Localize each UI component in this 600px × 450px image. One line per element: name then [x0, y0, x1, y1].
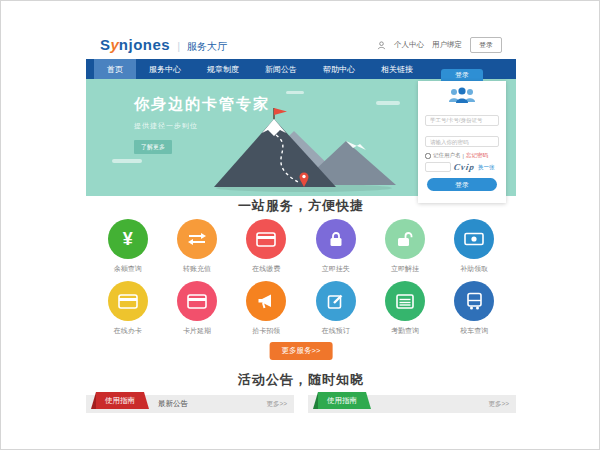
service-online-booking[interactable]: 在线预订	[301, 281, 370, 336]
username-input[interactable]	[425, 115, 499, 126]
more-services-button[interactable]: 更多服务>>	[270, 342, 333, 360]
cloud-decoration	[112, 159, 142, 163]
announcements-right-panel: 使用指南 更多>>	[308, 395, 516, 413]
users-group-icon	[445, 86, 479, 104]
login-submit-button[interactable]: 登录	[427, 178, 497, 191]
list-icon	[385, 281, 425, 321]
yen-icon: ¥	[108, 219, 148, 259]
tab-usage-guide-right[interactable]: 使用指南	[318, 392, 366, 409]
login-form: 记住用户名 | 忘记密码 Cvip 换一张 登录	[418, 81, 506, 203]
header-login-button[interactable]: 登录	[470, 37, 502, 53]
banner-subline: 提供捷径一步到位	[134, 121, 270, 131]
edit-icon	[316, 281, 356, 321]
personal-center-link[interactable]: 个人中心	[394, 40, 424, 50]
card-icon	[108, 281, 148, 321]
card-icon	[177, 281, 217, 321]
forgot-password-link[interactable]: 忘记密码	[466, 152, 488, 159]
logo[interactable]: Synjones | 服务大厅	[100, 36, 227, 54]
captcha-input[interactable]	[425, 162, 451, 172]
cloud-decoration	[286, 91, 304, 94]
captcha-image: Cvip	[453, 162, 475, 172]
services-row-1: ¥ 余额查询 转账充值 在线缴费 立即挂失	[86, 219, 516, 274]
logo-text: S	[100, 36, 111, 53]
nav-item-news[interactable]: 新闻公告	[252, 59, 310, 79]
services-row-2: 在线办卡 卡片延期 拾卡招领 在线预订	[86, 281, 516, 336]
tab-usage-guide[interactable]: 使用指南	[96, 392, 144, 409]
service-subsidy[interactable]: 补助领取	[440, 219, 509, 274]
remember-row: 记住用户名 | 忘记密码	[425, 152, 499, 159]
service-transfer[interactable]: 转账充值	[162, 219, 231, 274]
lock-icon	[316, 219, 356, 259]
user-binding-link[interactable]: 用户绑定	[432, 40, 462, 50]
captcha-refresh-link[interactable]: 换一张	[478, 164, 495, 171]
right-more-link[interactable]: 更多>>	[488, 395, 509, 413]
announcements-left-panel: 使用指南 最新公告 更多>>	[86, 395, 294, 413]
left-more-link[interactable]: 更多>>	[266, 395, 287, 413]
announcements-title: 活动公告，随时知晓	[86, 371, 516, 389]
password-input[interactable]	[425, 136, 499, 147]
header: Synjones | 服务大厅 个人中心 用户绑定 登录	[86, 31, 516, 59]
user-icon	[377, 41, 386, 50]
service-report-loss[interactable]: 立即挂失	[301, 219, 370, 274]
header-right: 个人中心 用户绑定 登录	[377, 37, 502, 53]
nav-item-home[interactable]: 首页	[94, 59, 136, 79]
remember-checkbox[interactable]	[425, 153, 431, 159]
page-screenshot: Synjones | 服务大厅 个人中心 用户绑定 登录 首页 服务中心 规章制…	[0, 0, 600, 450]
site-name: 服务大厅	[187, 40, 227, 54]
service-cancel-loss[interactable]: 立即解挂	[370, 219, 439, 274]
page: Synjones | 服务大厅 个人中心 用户绑定 登录 首页 服务中心 规章制…	[86, 1, 516, 450]
service-card-apply[interactable]: 在线办卡	[93, 281, 162, 336]
service-balance[interactable]: ¥ 余额查询	[93, 219, 162, 274]
captcha-row: Cvip 换一张	[425, 162, 499, 172]
nav-item-rules[interactable]: 规章制度	[194, 59, 252, 79]
megaphone-icon	[246, 281, 286, 321]
login-panel: 登录 记住用户名 | 忘记密码 Cvip 换一张	[418, 69, 506, 203]
remember-label: 记住用户名	[433, 152, 461, 159]
bus-icon	[454, 281, 494, 321]
unlock-icon	[385, 219, 425, 259]
banknote-icon	[454, 219, 494, 259]
logo-accent: y	[111, 36, 119, 53]
login-tab[interactable]: 登录	[441, 69, 483, 81]
tab-latest-news[interactable]: 最新公告	[158, 395, 188, 413]
transfer-arrows-icon	[177, 219, 217, 259]
banner-copy: 你身边的卡管专家 提供捷径一步到位 了解更多	[134, 95, 270, 154]
logo-divider: |	[177, 40, 180, 52]
banner-headline: 你身边的卡管专家	[134, 95, 270, 114]
service-card-extension[interactable]: 卡片延期	[162, 281, 231, 336]
banner-cta-button[interactable]: 了解更多	[134, 140, 172, 154]
remember-divider: |	[463, 153, 464, 159]
service-attendance[interactable]: 考勤查询	[370, 281, 439, 336]
service-online-payment[interactable]: 在线缴费	[232, 219, 301, 274]
service-school-bus[interactable]: 校车查询	[440, 281, 509, 336]
logo-text-2: njones	[119, 36, 170, 53]
card-icon	[246, 219, 286, 259]
nav-item-help[interactable]: 帮助中心	[310, 59, 368, 79]
service-lost-found[interactable]: 拾卡招领	[232, 281, 301, 336]
nav-item-service-center[interactable]: 服务中心	[136, 59, 194, 79]
